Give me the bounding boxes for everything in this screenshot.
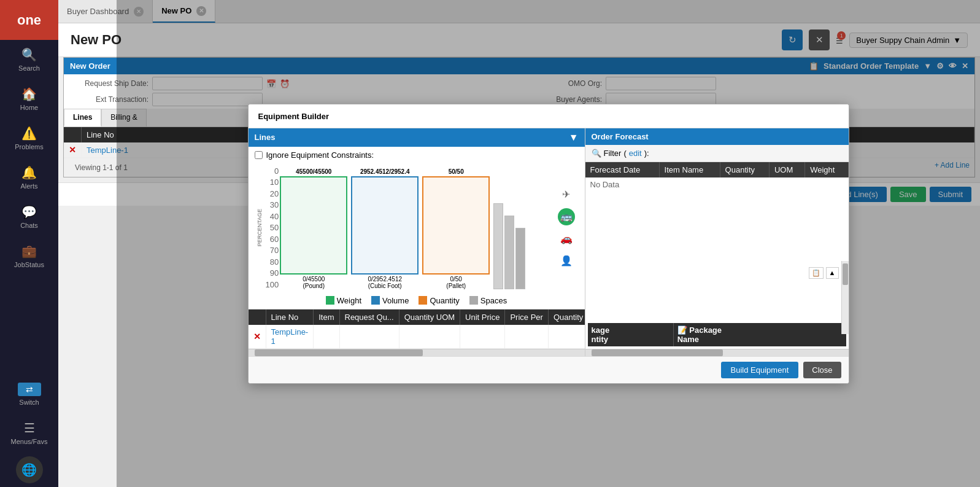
mlcol-item[interactable]: Item xyxy=(314,310,339,325)
right-panel-icon-btn-1[interactable]: 📋 xyxy=(809,267,824,279)
alerts-icon: 🔔 xyxy=(21,165,37,180)
chart-right-icons: ✈ 🚌 🚗 👤 xyxy=(554,166,579,289)
person-icon[interactable]: 👤 xyxy=(558,252,575,270)
sidebar-label-switch: Switch xyxy=(19,399,39,406)
plane-icon[interactable]: ✈ xyxy=(558,186,575,203)
vscroll-thumb[interactable] xyxy=(843,263,848,286)
build-equipment-button[interactable]: Build Equipment xyxy=(721,362,799,378)
mlcol-lineno[interactable]: Line No xyxy=(266,310,314,325)
forecast-no-data-row: No Data xyxy=(585,177,849,192)
sidebar-item-search[interactable]: 🔍 Search xyxy=(0,40,58,79)
equipment-builder-title: Equipment Builder xyxy=(258,112,330,121)
lines-header: Lines ▼ xyxy=(249,128,585,147)
modal-row-priceper[interactable] xyxy=(505,325,548,349)
modal-row-delete-button[interactable]: ✕ xyxy=(253,332,261,341)
bar-weight-bottom-label: 0/45500(Pound) xyxy=(303,276,325,289)
sidebar-label-search: Search xyxy=(18,64,40,72)
rcol-pkg-qty[interactable]: kagentity xyxy=(588,323,674,346)
rcol-pkg-name[interactable]: 📝 PackageName xyxy=(673,323,846,346)
app-logo[interactable]: one xyxy=(0,0,58,40)
gray-boxes xyxy=(493,203,525,289)
legend-volume: Volume xyxy=(371,296,409,305)
modal-row-quantity[interactable] xyxy=(548,325,584,349)
row-delete-button[interactable]: ✕ xyxy=(69,145,76,155)
forecast-scrollbar[interactable] xyxy=(585,349,849,356)
sidebar-item-alerts[interactable]: 🔔 Alerts xyxy=(0,158,58,197)
forecast-scrollbar-thumb[interactable] xyxy=(592,349,723,356)
chart-wrapper: PERCENTAGE 100 90 80 70 60 50 40 30 xyxy=(249,163,585,292)
modal-right: Order Forecast 🔍 Filter ( edit ): Foreca… xyxy=(585,128,849,356)
vertical-scrollbar[interactable] xyxy=(841,261,849,334)
bar-quantity-top-label: 50/50 xyxy=(449,168,464,175)
sidebar-item-chats[interactable]: 💬 Chats xyxy=(0,197,58,236)
avatar[interactable]: 🌐 xyxy=(16,456,43,483)
modal-lines-table-container: Line No Item Request Qu... Quantity UOM … xyxy=(249,309,585,349)
ignore-constraints-label: Ignore Equipment Constraints: xyxy=(266,150,374,160)
ignore-constraints: Ignore Equipment Constraints: xyxy=(249,147,585,163)
car-icon[interactable]: 🚗 xyxy=(558,230,575,247)
chart-bars-area: 45500/45500 0/45500(Pound) 2952.4512/295… xyxy=(280,166,554,289)
switch-box[interactable]: ⇄ xyxy=(18,383,41,396)
right-panel-icon-btn-2[interactable]: ▲ xyxy=(826,267,839,279)
forecast-no-data-cell: No Data xyxy=(585,177,849,192)
scrollbar-thumb[interactable] xyxy=(255,349,423,356)
modal-row-unitprice[interactable] xyxy=(460,325,505,349)
lines-collapse-button[interactable]: ▼ xyxy=(569,132,579,143)
legend-spaces-label: Spaces xyxy=(480,296,507,305)
page-title: New PO xyxy=(71,32,122,48)
bar-weight-top-label: 45500/45500 xyxy=(296,168,331,175)
modal-row-item[interactable] xyxy=(314,325,339,349)
fcol-weight[interactable]: Weight xyxy=(805,162,848,177)
legend-weight-label: Weight xyxy=(337,296,361,305)
gray-box-2 xyxy=(504,216,514,289)
mlcol-quantity[interactable]: Quantity xyxy=(548,310,584,325)
mlcol-unitprice[interactable]: Unit Price xyxy=(460,310,505,325)
right-panel-col-labels: kagentity 📝 PackageName xyxy=(585,321,849,349)
sidebar-item-jobstatus[interactable]: 💼 JobStatus xyxy=(0,236,58,276)
bar-quantity-bottom-label: 0/50(Pallet) xyxy=(446,276,466,289)
legend-volume-color xyxy=(371,296,380,305)
ignore-constraints-checkbox[interactable] xyxy=(255,151,263,159)
right-panel-icons: 📋 ▲ xyxy=(809,267,839,279)
legend-spaces: Spaces xyxy=(469,296,507,305)
jobstatus-icon: 💼 xyxy=(21,244,37,259)
bar-volume: 2952.4512/2952.4 0/2952.4512(Cubic Foot) xyxy=(351,168,419,289)
modal-overlay: Equipment Builder Lines ▼ Ignore Equipme… xyxy=(117,0,980,487)
modal-left: Lines ▼ Ignore Equipment Constraints: PE… xyxy=(249,128,585,356)
modal-row-lineno[interactable]: TempLine-1 xyxy=(266,325,314,349)
sidebar-label-jobstatus: JobStatus xyxy=(14,261,44,268)
bus-icon[interactable]: 🚌 xyxy=(558,208,575,225)
mlcol-check xyxy=(249,310,266,325)
mlcol-priceper[interactable]: Price Per xyxy=(505,310,548,325)
fcol-quantity[interactable]: Quantity xyxy=(720,162,769,177)
forecast-spacer xyxy=(585,192,849,321)
sidebar-label-chats: Chats xyxy=(20,222,38,229)
sidebar-label-problems: Problems xyxy=(15,143,43,150)
filter-paren-close: ): xyxy=(644,149,649,158)
fcol-forecast-date[interactable]: Forecast Date xyxy=(585,162,660,177)
sidebar-item-menus[interactable]: ☰ Menus/Favs xyxy=(0,413,58,453)
modal-title-bar: Equipment Builder xyxy=(249,104,849,128)
tab-lines[interactable]: Lines xyxy=(64,109,101,127)
legend-weight-color xyxy=(326,296,334,305)
fcol-item-name[interactable]: Item Name xyxy=(659,162,720,177)
modal-row-requestqu[interactable] xyxy=(339,325,399,349)
bar-volume-bottom-label: 0/2952.4512(Cubic Foot) xyxy=(368,276,402,289)
order-forecast-header: Order Forecast xyxy=(585,128,849,145)
sidebar-item-switch[interactable]: ⇄ Switch xyxy=(0,375,58,413)
sidebar-item-problems[interactable]: ⚠️ Problems xyxy=(0,119,58,158)
legend-quantity: Quantity xyxy=(419,296,459,305)
horizontal-scrollbar[interactable] xyxy=(249,349,585,356)
modal-row-qtyuom[interactable] xyxy=(399,325,460,349)
gray-box-3 xyxy=(515,228,525,289)
fcol-uom[interactable]: UOM xyxy=(769,162,804,177)
mlcol-requestqu[interactable]: Request Qu... xyxy=(339,310,399,325)
close-modal-button[interactable]: Close xyxy=(803,362,841,378)
y-axis-label-container: PERCENTAGE xyxy=(255,166,264,289)
mlcol-qtyuom[interactable]: Quantity UOM xyxy=(399,310,460,325)
search-icon: 🔍 xyxy=(21,47,37,62)
gray-box-1 xyxy=(493,203,503,289)
filter-edit-link[interactable]: edit xyxy=(629,149,642,158)
chats-icon: 💬 xyxy=(21,205,37,219)
sidebar-item-home[interactable]: 🏠 Home xyxy=(0,79,58,119)
